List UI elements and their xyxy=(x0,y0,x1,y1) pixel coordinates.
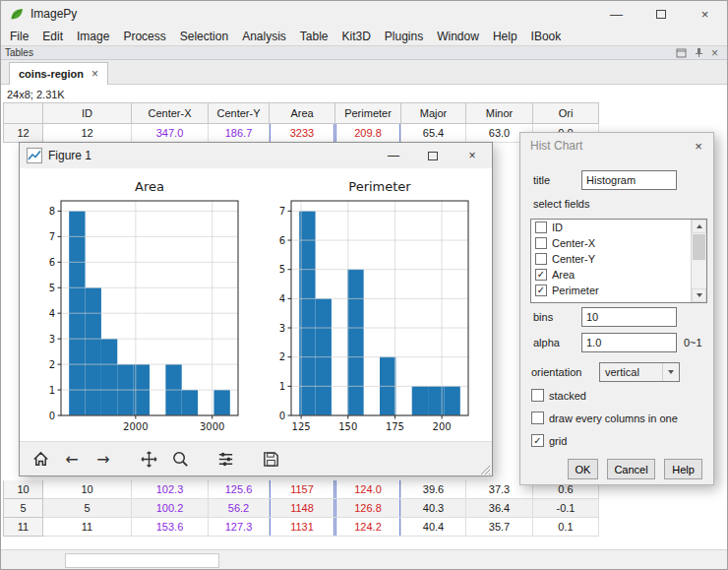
checkbox[interactable]: ✓ xyxy=(535,285,547,296)
ok-button[interactable]: OK xyxy=(568,459,598,479)
checkbox[interactable]: ✓ xyxy=(535,222,547,233)
cell-center-x[interactable]: 100.2 xyxy=(132,499,209,518)
draw-columns-checkbox-row[interactable]: ✓ draw every columns in one xyxy=(531,412,678,424)
menu-image[interactable]: Image xyxy=(70,29,116,44)
cell-major[interactable]: 40.3 xyxy=(401,499,466,518)
cell-perimeter[interactable]: 209.8 xyxy=(335,124,401,143)
app-titlebar[interactable]: ImagePy — × xyxy=(1,1,727,27)
cell-major[interactable]: 39.6 xyxy=(401,480,466,499)
menu-file[interactable]: File xyxy=(3,29,35,44)
cell-id[interactable]: 11 xyxy=(43,518,132,537)
column-header-center-y[interactable]: Center-Y xyxy=(209,102,270,124)
cell-center-y[interactable]: 125.6 xyxy=(209,480,270,499)
bins-input[interactable] xyxy=(581,307,677,327)
checkbox[interactable]: ✓ xyxy=(531,412,544,424)
resize-grip[interactable] xyxy=(480,465,491,475)
column-header-id[interactable]: ID xyxy=(43,102,132,124)
checkbox[interactable]: ✓ xyxy=(531,434,544,447)
cell-ori[interactable]: 0.1 xyxy=(533,518,599,537)
scroll-down-icon[interactable] xyxy=(692,288,706,302)
cell-perimeter[interactable]: 124.0 xyxy=(335,480,401,499)
menu-plugins[interactable]: Plugins xyxy=(378,29,430,44)
menu-selection[interactable]: Selection xyxy=(173,29,235,44)
configure-subplots-icon[interactable] xyxy=(214,449,236,471)
menu-analysis[interactable]: Analysis xyxy=(235,29,293,44)
column-header-minor[interactable]: Minor xyxy=(466,102,533,124)
list-item[interactable]: ✓ ID xyxy=(531,220,706,235)
cell-major[interactable]: 65.4 xyxy=(401,124,466,143)
cell-area[interactable]: 1148 xyxy=(270,499,335,518)
checkbox[interactable]: ✓ xyxy=(535,253,547,265)
cell-area[interactable]: 1131 xyxy=(270,518,335,537)
column-header-ori[interactable]: Ori xyxy=(533,102,599,124)
cell-perimeter[interactable]: 124.2 xyxy=(335,518,401,537)
cell-major[interactable]: 40.4 xyxy=(401,518,466,537)
column-header-major[interactable]: Major xyxy=(401,102,466,124)
row-header[interactable]: 11 xyxy=(4,518,43,537)
tab-coins-region[interactable]: coins-region × xyxy=(9,62,108,85)
list-item[interactable]: ✓ Area xyxy=(531,267,706,283)
cell-area[interactable]: 1157 xyxy=(270,480,335,499)
cell-id[interactable]: 12 xyxy=(43,124,132,143)
menu-ibook[interactable]: IBook xyxy=(524,29,569,44)
dialog-titlebar[interactable]: Hist Chart × xyxy=(520,133,713,158)
cell-perimeter[interactable]: 126.8 xyxy=(335,499,401,518)
column-header-center-x[interactable]: Center-X xyxy=(132,102,209,124)
maximize-icon[interactable] xyxy=(638,1,683,27)
list-item[interactable]: ✓ Perimeter xyxy=(531,283,706,298)
help-button[interactable]: Help xyxy=(664,459,702,479)
cell-center-x[interactable]: 347.0 xyxy=(132,124,209,143)
alpha-input[interactable] xyxy=(581,333,677,352)
float-window-icon[interactable] xyxy=(676,47,687,58)
panel-close-icon[interactable]: × xyxy=(711,47,718,59)
cancel-button[interactable]: Cancel xyxy=(607,459,655,479)
row-header[interactable]: 10 xyxy=(4,480,43,499)
save-icon[interactable] xyxy=(260,449,281,471)
scroll-up-icon[interactable] xyxy=(692,220,706,233)
maximize-icon[interactable] xyxy=(413,143,453,168)
row-header[interactable]: 5 xyxy=(4,499,43,518)
column-header-area[interactable]: Area xyxy=(270,102,335,124)
orientation-dropdown[interactable]: vertical xyxy=(599,362,680,382)
list-item[interactable]: ✓ Center-X xyxy=(531,235,706,251)
scrollbar-thumb[interactable] xyxy=(693,234,705,260)
stacked-checkbox-row[interactable]: ✓ stacked xyxy=(531,389,586,402)
pan-icon[interactable] xyxy=(138,449,159,471)
cell-minor[interactable]: 35.7 xyxy=(466,518,533,537)
menu-help[interactable]: Help xyxy=(486,29,524,44)
home-icon[interactable] xyxy=(30,449,51,471)
cell-minor[interactable]: 36.4 xyxy=(466,499,533,518)
minimize-icon[interactable]: — xyxy=(374,143,413,168)
checkbox[interactable]: ✓ xyxy=(535,237,547,249)
back-icon[interactable]: ← xyxy=(61,449,83,471)
menu-kit3d[interactable]: Kit3D xyxy=(335,29,378,44)
checkbox[interactable]: ✓ xyxy=(531,389,544,402)
menu-edit[interactable]: Edit xyxy=(35,29,70,44)
cell-center-x[interactable]: 153.6 xyxy=(132,518,209,537)
menu-process[interactable]: Process xyxy=(116,29,172,44)
cell-center-y[interactable]: 127.3 xyxy=(209,518,270,537)
listbox-scrollbar[interactable] xyxy=(691,220,706,302)
menu-table[interactable]: Table xyxy=(293,29,335,44)
row-header[interactable]: 12 xyxy=(4,124,43,143)
minimize-icon[interactable]: — xyxy=(594,1,638,27)
tab-close-icon[interactable]: × xyxy=(91,67,98,81)
zoom-icon[interactable] xyxy=(169,449,191,471)
figure-canvas[interactable]: 01234567820003000Area 012345671251501752… xyxy=(20,168,492,441)
cell-center-x[interactable]: 102.3 xyxy=(132,480,209,499)
cell-area[interactable]: 3233 xyxy=(270,124,335,143)
close-icon[interactable]: × xyxy=(684,139,713,154)
checkbox[interactable]: ✓ xyxy=(535,269,547,281)
menu-window[interactable]: Window xyxy=(430,29,486,44)
pin-icon[interactable] xyxy=(694,47,704,58)
title-input[interactable] xyxy=(581,170,677,190)
close-icon[interactable]: × xyxy=(683,1,727,27)
figure-titlebar[interactable]: Figure 1 — × xyxy=(20,143,492,168)
cell-id[interactable]: 5 xyxy=(43,499,132,518)
column-header-perimeter[interactable]: Perimeter xyxy=(335,102,401,124)
cell-center-y[interactable]: 186.7 xyxy=(209,124,270,143)
forward-icon[interactable]: → xyxy=(92,449,114,471)
cell-center-y[interactable]: 56.2 xyxy=(209,499,270,518)
grid-checkbox-row[interactable]: ✓ grid xyxy=(531,434,567,447)
close-icon[interactable]: × xyxy=(453,143,492,168)
